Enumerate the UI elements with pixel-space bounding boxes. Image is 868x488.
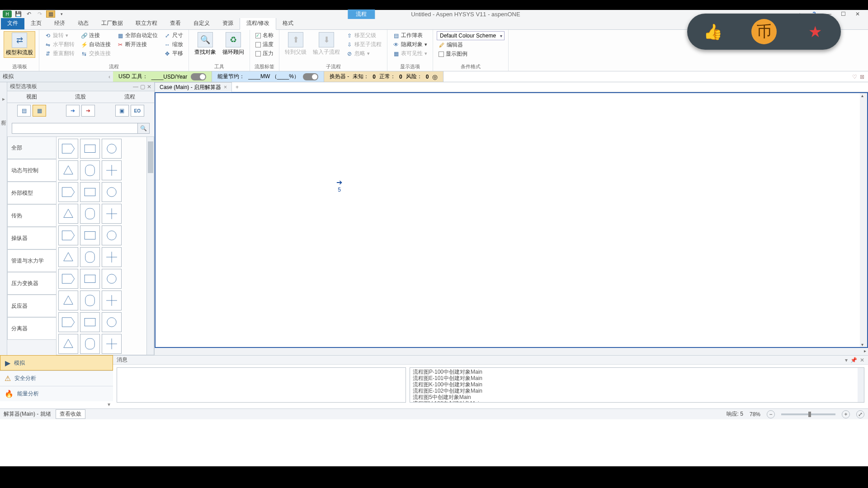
collapse-icon[interactable]: ‹ [108, 74, 110, 80]
canvas-vscrollbar[interactable] [860, 93, 867, 347]
enter-sub-button[interactable]: ⬇输入子流程 [311, 31, 342, 57]
tab-economics[interactable]: 经济 [48, 17, 71, 29]
unit-op-item[interactable] [58, 182, 78, 202]
unit-op-item[interactable] [102, 182, 122, 202]
unit-op-item[interactable] [102, 312, 122, 332]
ignore-button[interactable]: ⊘忽略 ▾ [344, 49, 383, 58]
label-name-check[interactable]: 名称 [254, 31, 275, 40]
recycle-button[interactable]: ♻循环顾问 [221, 31, 246, 57]
tab-customize[interactable]: 自定义 [187, 17, 216, 29]
cat-piping[interactable]: 管道与水力学 [7, 249, 56, 272]
window-close-icon[interactable]: ✕ [851, 10, 864, 18]
color-scheme-combo[interactable]: Default Colour Scheme [437, 31, 505, 40]
zoom-in-button[interactable]: + [842, 410, 850, 418]
find-button[interactable]: 🔍查找对象 [193, 31, 218, 57]
palette-close-icon[interactable]: ✕ [147, 84, 151, 90]
qat-redo-icon[interactable]: ↷ [35, 10, 44, 18]
unit-op-item[interactable] [80, 334, 100, 354]
env-simulation[interactable]: ▶模拟 [0, 355, 113, 371]
rotate-button[interactable]: ⟲旋转 ▾ [43, 31, 76, 40]
cat-dynamics[interactable]: 动态与控制 [7, 159, 56, 182]
size-button[interactable]: ⤢尺寸 [162, 31, 185, 40]
cat-external[interactable]: 外部模型 [7, 182, 56, 204]
energy-stream-icon[interactable]: ➔ [81, 105, 95, 117]
cat-separator[interactable]: 分离器 [7, 317, 56, 340]
unit-op-item[interactable] [80, 225, 100, 245]
hflip-button[interactable]: ⇋水平翻转 [43, 40, 76, 49]
flowsheet-canvas[interactable]: ➔ 5 [155, 92, 868, 348]
env-collapse-icon[interactable]: ▾ [108, 401, 110, 408]
palette-search-input[interactable] [12, 123, 138, 134]
break-button[interactable]: ✂断开连接 [115, 40, 160, 49]
unit-op-item[interactable] [80, 204, 100, 224]
unit-op-item[interactable] [102, 269, 122, 289]
vflip-button[interactable]: ⇵垂直翻转 [43, 49, 76, 58]
unit-op-item[interactable] [58, 291, 78, 310]
autolayout-button[interactable]: ▦全部自动定位 [115, 31, 160, 40]
env-safety[interactable]: ⚠安全分析 [0, 371, 113, 386]
cat-heat[interactable]: 传热 [7, 204, 56, 227]
palette-scrollbar[interactable] [146, 137, 154, 355]
workbook-button[interactable]: ▤工作簿表 [391, 31, 429, 40]
toggle-icon[interactable] [303, 73, 318, 80]
pan-button[interactable]: ✥平移 [162, 49, 185, 58]
unit-op-item[interactable] [80, 182, 100, 202]
label-temp-check[interactable]: 温度 [254, 40, 275, 49]
msg-dropdown-icon[interactable]: ▾ [845, 357, 848, 363]
eo-icon[interactable]: EO [131, 105, 144, 117]
palette-max-icon[interactable]: ▢ [140, 84, 145, 90]
models-palette-button[interactable]: ⇄ 模型和流股 [4, 31, 35, 58]
hide-button[interactable]: 👁隐藏对象 ▾ [391, 40, 429, 49]
unit-op-item[interactable] [58, 269, 78, 289]
msg-scrollbar[interactable] [858, 368, 864, 402]
unit-op-item[interactable] [102, 247, 122, 267]
cat-reactor[interactable]: 反应器 [7, 295, 56, 317]
add-tab-button[interactable]: + [232, 83, 242, 91]
tab-format[interactable]: 格式 [276, 17, 300, 29]
view-grid-icon[interactable]: ▦ [33, 105, 46, 117]
tab-plantdata[interactable]: 工厂数据 [95, 17, 129, 29]
convergence-button[interactable]: 查看收敛 [56, 409, 85, 419]
tab-flowsheet-modify[interactable]: 流程/修改 [240, 17, 276, 30]
unit-op-item[interactable] [80, 269, 100, 289]
unit-op-item[interactable] [58, 247, 78, 267]
document-tab[interactable]: Case (Main) - 启用解算器 × [155, 82, 232, 92]
zoom-fit-button[interactable]: ⤢ [856, 410, 864, 418]
move-sub-button[interactable]: ⇩移至子流程 [344, 40, 383, 49]
unit-op-item[interactable] [102, 204, 122, 224]
palette-min-icon[interactable]: — [133, 84, 138, 90]
message-input[interactable] [117, 367, 406, 403]
unit-op-item[interactable] [102, 160, 122, 180]
msg-close-icon[interactable]: ✕ [860, 357, 864, 363]
unit-op-item[interactable] [102, 334, 122, 354]
economics-status[interactable]: USD 工具： ____USD/Year [113, 71, 212, 82]
goto-parent-button[interactable]: ⬆转到父级 [283, 31, 308, 57]
rail-expand-icon[interactable]: ▸ [2, 96, 5, 102]
energy-status[interactable]: 能量节约： ____MW （____%） [212, 71, 324, 82]
move-parent-button[interactable]: ⇧移至父级 [344, 31, 383, 40]
msg-pin-icon[interactable]: 📌 [850, 357, 857, 363]
tab-close-icon[interactable]: × [224, 84, 227, 90]
file-tab[interactable]: 文件 [1, 17, 24, 29]
qat-customize-icon[interactable]: ▦ [46, 10, 55, 18]
pin-icon[interactable]: ♡ [852, 74, 857, 80]
qat-dropdown-icon[interactable]: ▾ [57, 10, 66, 18]
unit-op-item[interactable] [102, 225, 122, 245]
zoom-slider[interactable] [781, 413, 835, 415]
editor-button[interactable]: 🖉编辑器 [437, 41, 505, 49]
swap-button[interactable]: ⇆交换连接 [79, 49, 113, 58]
subflowsheet-icon[interactable]: ▣ [115, 105, 129, 117]
unit-op-item[interactable] [80, 139, 100, 159]
label-pressure-check[interactable]: 压力 [254, 49, 275, 58]
unit-op-item[interactable] [58, 139, 78, 159]
cat-pressure[interactable]: 压力变换器 [7, 272, 56, 295]
unit-op-item[interactable] [58, 204, 78, 224]
tab-resources[interactable]: 资源 [216, 17, 240, 29]
connect-button[interactable]: 🔗连接 [79, 31, 113, 40]
unit-op-item[interactable] [80, 312, 100, 332]
unit-op-item[interactable] [102, 139, 122, 159]
unit-op-item[interactable] [58, 225, 78, 245]
hx-status[interactable]: 换热器 - 未知：0 正常：0 风险：0 ◎ [324, 71, 443, 82]
unit-op-item[interactable] [80, 291, 100, 310]
view-list-icon[interactable]: ▤ [17, 105, 31, 117]
